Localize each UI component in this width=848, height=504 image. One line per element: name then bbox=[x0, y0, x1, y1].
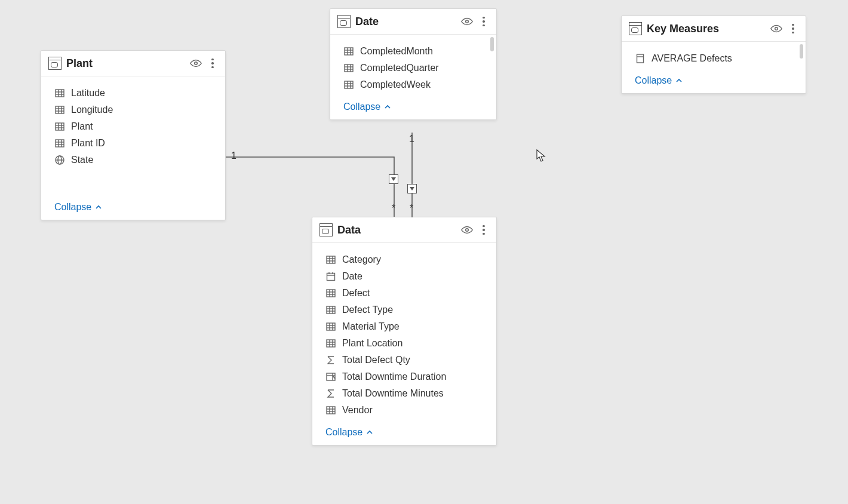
svg-point-40 bbox=[466, 229, 469, 232]
collapse-label: Collapse bbox=[54, 202, 91, 213]
field-row[interactable]: Material Type bbox=[312, 318, 496, 335]
field-row[interactable]: CompletedMonth bbox=[330, 43, 496, 60]
calc-icon bbox=[635, 53, 646, 64]
table-header-icon bbox=[48, 57, 62, 70]
table-title: Key Measures bbox=[647, 23, 765, 35]
table-icon bbox=[325, 254, 336, 265]
field-label: Plant Location bbox=[342, 338, 403, 349]
field-list: CategoryDateDefectDefect TypeMaterial Ty… bbox=[312, 243, 496, 421]
chevron-up-icon bbox=[95, 204, 102, 211]
visibility-icon[interactable] bbox=[189, 57, 202, 70]
field-row[interactable]: Defect bbox=[312, 285, 496, 302]
field-row[interactable]: CompletedQuarter bbox=[330, 60, 496, 76]
card-header: Data bbox=[312, 217, 496, 243]
more-options-icon[interactable] bbox=[788, 22, 798, 35]
field-label: Plant ID bbox=[71, 138, 105, 149]
field-label: Total Downtime Minutes bbox=[342, 388, 444, 399]
svg-rect-16 bbox=[56, 140, 64, 147]
relationship-line-plant-data[interactable] bbox=[226, 154, 399, 220]
field-label: CompletedMonth bbox=[360, 46, 433, 57]
more-options-icon[interactable] bbox=[478, 223, 489, 236]
cardinality-label-many: * bbox=[392, 203, 395, 214]
field-list: AVERAGE Defects bbox=[622, 42, 806, 69]
sigma-icon bbox=[325, 388, 336, 399]
field-row[interactable]: AVERAGE Defects bbox=[622, 50, 806, 67]
field-row[interactable]: CompletedWeek bbox=[330, 76, 496, 93]
svg-rect-25 bbox=[345, 48, 353, 55]
field-label: Defect bbox=[342, 288, 370, 299]
field-row[interactable]: Latitude bbox=[41, 85, 225, 102]
more-options-icon[interactable] bbox=[207, 57, 218, 70]
field-row[interactable]: Defect Type bbox=[312, 302, 496, 318]
table-icon bbox=[325, 321, 336, 332]
field-label: Category bbox=[342, 254, 381, 265]
table-icon bbox=[343, 46, 354, 57]
collapse-button[interactable]: Collapse bbox=[312, 421, 496, 445]
collapse-button[interactable]: Collapse bbox=[41, 196, 225, 220]
field-row[interactable]: Plant Location bbox=[312, 335, 496, 352]
collapse-label: Collapse bbox=[635, 75, 672, 86]
table-card-plant[interactable]: Plant LatitudeLongitudePlantPlant IDStat… bbox=[41, 50, 226, 220]
collapse-button[interactable]: Collapse bbox=[330, 96, 496, 119]
direction-arrow-icon bbox=[407, 184, 417, 193]
field-label: Material Type bbox=[342, 321, 400, 332]
field-row[interactable]: State bbox=[41, 152, 225, 168]
table-card-date[interactable]: Date CompletedMonthCompletedQuarterCompl… bbox=[330, 8, 497, 120]
table-title: Date bbox=[355, 16, 456, 28]
collapse-label: Collapse bbox=[325, 427, 362, 438]
svg-rect-6 bbox=[56, 106, 64, 113]
visibility-icon[interactable] bbox=[460, 15, 474, 28]
sigma-icon bbox=[325, 355, 336, 365]
table-card-data[interactable]: Data CategoryDateDefectDefect TypeMateri… bbox=[312, 217, 497, 445]
field-row[interactable]: Vendor bbox=[312, 402, 496, 419]
table-icon bbox=[54, 121, 65, 132]
table-icon bbox=[325, 288, 336, 299]
table-icon bbox=[54, 88, 65, 99]
svg-rect-1 bbox=[56, 90, 64, 97]
svg-rect-35 bbox=[345, 81, 353, 88]
table-icon bbox=[325, 305, 336, 315]
visibility-icon[interactable] bbox=[460, 223, 474, 236]
field-label: CompletedQuarter bbox=[360, 63, 439, 73]
cardinality-label-one: 1 bbox=[409, 134, 414, 145]
svg-rect-30 bbox=[345, 64, 353, 72]
field-label: State bbox=[71, 155, 93, 165]
table-icon bbox=[325, 338, 336, 349]
svg-rect-65 bbox=[327, 340, 335, 347]
scrollbar[interactable] bbox=[800, 44, 803, 59]
field-label: CompletedWeek bbox=[360, 79, 431, 90]
svg-rect-41 bbox=[327, 256, 335, 263]
table-card-key-measures[interactable]: Key Measures AVERAGE Defects Collapse bbox=[621, 16, 806, 94]
table-icon bbox=[325, 405, 336, 416]
chevron-up-icon bbox=[366, 429, 373, 436]
svg-rect-79 bbox=[637, 54, 644, 63]
field-list: LatitudeLongitudePlantPlant IDState bbox=[41, 76, 225, 196]
svg-rect-55 bbox=[327, 306, 335, 314]
table-title: Plant bbox=[66, 57, 185, 70]
field-row[interactable]: Plant ID bbox=[41, 135, 225, 152]
field-row[interactable]: Longitude bbox=[41, 102, 225, 118]
table-icon bbox=[343, 79, 354, 90]
svg-rect-73 bbox=[327, 407, 335, 414]
table-icon bbox=[54, 138, 65, 149]
scrollbar[interactable] bbox=[490, 37, 494, 51]
field-row[interactable]: Total Downtime Minutes bbox=[312, 385, 496, 402]
field-row[interactable]: Total Defect Qty bbox=[312, 352, 496, 368]
visibility-icon[interactable] bbox=[770, 22, 783, 35]
card-header: Date bbox=[330, 9, 496, 35]
field-list: CompletedMonthCompletedQuarterCompletedW… bbox=[330, 35, 496, 96]
table-header-icon bbox=[319, 223, 333, 236]
collapse-button[interactable]: Collapse bbox=[622, 69, 806, 93]
direction-arrow-icon bbox=[389, 174, 398, 184]
svg-rect-60 bbox=[327, 323, 335, 330]
field-row[interactable]: Plant bbox=[41, 118, 225, 135]
field-row[interactable]: Category bbox=[312, 251, 496, 268]
globe-icon bbox=[54, 155, 65, 165]
svg-point-24 bbox=[466, 20, 469, 23]
more-options-icon[interactable] bbox=[478, 15, 489, 28]
cardinality-label-one: 1 bbox=[231, 150, 236, 161]
field-row[interactable]: Date bbox=[312, 268, 496, 285]
field-label: Defect Type bbox=[342, 305, 393, 315]
field-row[interactable]: Total Downtime Duration bbox=[312, 368, 496, 385]
field-label: Latitude bbox=[71, 88, 105, 99]
